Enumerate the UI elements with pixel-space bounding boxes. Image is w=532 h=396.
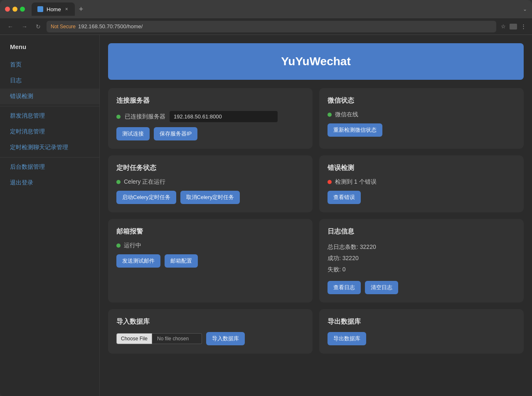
- connect-server-title: 连接服务器: [116, 96, 304, 105]
- test-connection-button[interactable]: 测试连接: [116, 127, 150, 140]
- start-celery-button[interactable]: 启动Celery定时任务: [116, 191, 176, 204]
- server-ip-input[interactable]: [170, 111, 278, 122]
- sidebar-item-mass-message[interactable]: 群发消息管理: [0, 108, 99, 124]
- connected-status-dot: [116, 115, 121, 119]
- card-grid: 连接服务器 已连接到服务器 测试连接 保存服务器IP 微信状态: [108, 88, 524, 354]
- save-server-ip-button[interactable]: 保存服务器IP: [154, 127, 197, 140]
- choose-file-button[interactable]: Choose File: [116, 333, 152, 344]
- file-name-display: No file chosen: [152, 333, 202, 344]
- sidebar-nav: 首页 日志 错误检测 群发消息管理 定时消息管理 定时检测聊天记录管理: [0, 57, 99, 191]
- tab-bar: Home × +: [32, 2, 520, 16]
- log-fail-line: 失败: 0: [328, 264, 515, 275]
- import-db-title: 导入数据库: [116, 317, 304, 326]
- refresh-button[interactable]: ↻: [33, 22, 43, 32]
- sidebar-item-scheduled-chat[interactable]: 定时检测聊天记录管理: [0, 140, 99, 155]
- tab-favicon-icon: [37, 6, 43, 12]
- wechat-status-card: 微信状态 微信在线 重新检测微信状态: [319, 88, 524, 149]
- log-info-title: 日志信息: [328, 227, 515, 236]
- log-total-value: 32220: [360, 244, 376, 250]
- error-detection-btn-row: 查看错误: [328, 191, 515, 204]
- maximize-traffic-light[interactable]: [20, 7, 25, 12]
- view-logs-button[interactable]: 查看日志: [328, 281, 361, 294]
- minimize-traffic-light[interactable]: [12, 7, 17, 12]
- close-traffic-light[interactable]: [5, 7, 10, 12]
- wechat-status-title: 微信状态: [328, 96, 515, 105]
- sidebar-item-home[interactable]: 首页: [0, 57, 99, 73]
- log-total-label: 总日志条数:: [328, 244, 358, 250]
- email-running-dot: [116, 244, 121, 248]
- email-alert-title: 邮箱报警: [116, 227, 304, 236]
- log-info-btn-row: 查看日志 清空日志: [328, 281, 515, 294]
- window-chevron-icon: ⌄: [523, 6, 527, 12]
- main-content: YuYuWechat 连接服务器 已连接到服务器 测试连接 保存服务器IP: [100, 35, 532, 396]
- export-db-card: 导出数据库 导出数据库: [319, 309, 524, 354]
- error-status-label: 检测到 1 个错误: [335, 178, 377, 186]
- log-success-value: 32220: [342, 255, 359, 261]
- sidebar-item-error-detection[interactable]: 错误检测: [0, 89, 99, 104]
- celery-status-label: Celery 正在运行: [124, 178, 165, 186]
- extensions-icon: [510, 24, 517, 30]
- app-layout: Menu 首页 日志 错误检测 群发消息管理 定时消息管理: [0, 35, 532, 396]
- export-db-title: 导出数据库: [328, 317, 515, 326]
- cancel-celery-button[interactable]: 取消Celery定时任务: [180, 191, 240, 204]
- tab-close-icon[interactable]: ×: [64, 6, 69, 12]
- celery-status-row: Celery 正在运行: [116, 178, 304, 186]
- import-db-card: 导入数据库 Choose File No file chosen 导入数据库: [108, 309, 313, 354]
- sidebar-item-logs[interactable]: 日志: [0, 73, 99, 89]
- connected-label: 已连接到服务器: [125, 113, 165, 121]
- active-tab[interactable]: Home ×: [32, 2, 75, 16]
- address-text: 192.168.50.70:7500/home/: [78, 23, 143, 30]
- server-status-row: 已连接到服务器: [116, 111, 304, 122]
- log-total-line: 总日志条数: 32220: [328, 242, 515, 252]
- sidebar-divider-1: [0, 106, 99, 106]
- wechat-online-row: 微信在线: [328, 111, 515, 118]
- import-file-row: Choose File No file chosen 导入数据库: [116, 332, 304, 345]
- tab-label: Home: [47, 6, 61, 12]
- clear-logs-button[interactable]: 清空日志: [365, 281, 398, 294]
- app-title: YuYuWechat: [120, 55, 512, 68]
- log-stats: 总日志条数: 32220 成功: 32220 失败: 0: [328, 242, 515, 275]
- traffic-lights: [5, 7, 25, 12]
- log-info-card: 日志信息 总日志条数: 32220 成功: 32220 失败: 0: [319, 219, 524, 303]
- sidebar-item-scheduled-message[interactable]: 定时消息管理: [0, 124, 99, 140]
- sidebar-divider-2: [0, 157, 99, 157]
- forward-button[interactable]: →: [19, 22, 30, 32]
- export-db-btn-row: 导出数据库: [328, 332, 515, 345]
- send-test-email-button[interactable]: 发送测试邮件: [116, 254, 160, 268]
- title-bar: Home × + ⌄: [0, 0, 532, 18]
- new-tab-button[interactable]: +: [76, 4, 86, 15]
- sidebar-item-logout[interactable]: 退出登录: [0, 175, 99, 191]
- error-detection-title: 错误检测: [328, 164, 515, 172]
- sidebar-title: Menu: [0, 43, 99, 57]
- wechat-status-btn-row: 重新检测微信状态: [328, 123, 515, 137]
- scheduled-task-btn-row: 启动Celery定时任务 取消Celery定时任务: [116, 191, 304, 204]
- log-fail-value: 0: [342, 266, 346, 273]
- connect-server-btn-row: 测试连接 保存服务器IP: [116, 127, 304, 140]
- email-alert-btn-row: 发送测试邮件 邮箱配置: [116, 254, 304, 268]
- log-success-label: 成功:: [328, 255, 341, 261]
- back-button[interactable]: ←: [5, 22, 16, 32]
- recheck-wechat-button[interactable]: 重新检测微信状态: [328, 123, 382, 137]
- export-db-button[interactable]: 导出数据库: [328, 332, 366, 345]
- celery-running-dot: [116, 180, 121, 184]
- error-status-row: 检测到 1 个错误: [328, 178, 515, 186]
- nav-actions: ☆ ⋮: [500, 23, 527, 30]
- wechat-online-dot: [328, 113, 332, 117]
- nav-bar: ← → ↻ Not Secure 192.168.50.70:7500/home…: [0, 18, 532, 35]
- browser-frame: Home × + ⌄ ← → ↻ Not Secure 192.168.50.7…: [0, 0, 532, 396]
- email-status-row: 运行中: [116, 242, 304, 249]
- import-db-button[interactable]: 导入数据库: [206, 332, 245, 345]
- scheduled-task-card: 定时任务状态 Celery 正在运行 启动Celery定时任务 取消Celery…: [108, 155, 313, 212]
- bookmark-icon[interactable]: ☆: [500, 23, 507, 30]
- sidebar: Menu 首页 日志 错误检测 群发消息管理 定时消息管理: [0, 35, 100, 396]
- email-config-button[interactable]: 邮箱配置: [165, 254, 198, 268]
- log-fail-label: 失败:: [328, 266, 341, 273]
- window-controls: ⌄: [523, 6, 527, 12]
- address-bar[interactable]: Not Secure 192.168.50.70:7500/home/: [47, 21, 496, 32]
- error-dot: [328, 180, 332, 184]
- sidebar-item-backend-data[interactable]: 后台数据管理: [0, 159, 99, 175]
- more-options-icon[interactable]: ⋮: [520, 23, 527, 30]
- view-errors-button[interactable]: 查看错误: [328, 191, 361, 204]
- error-detection-card: 错误检测 检测到 1 个错误 查看错误: [319, 155, 524, 212]
- email-status-label: 运行中: [124, 242, 141, 249]
